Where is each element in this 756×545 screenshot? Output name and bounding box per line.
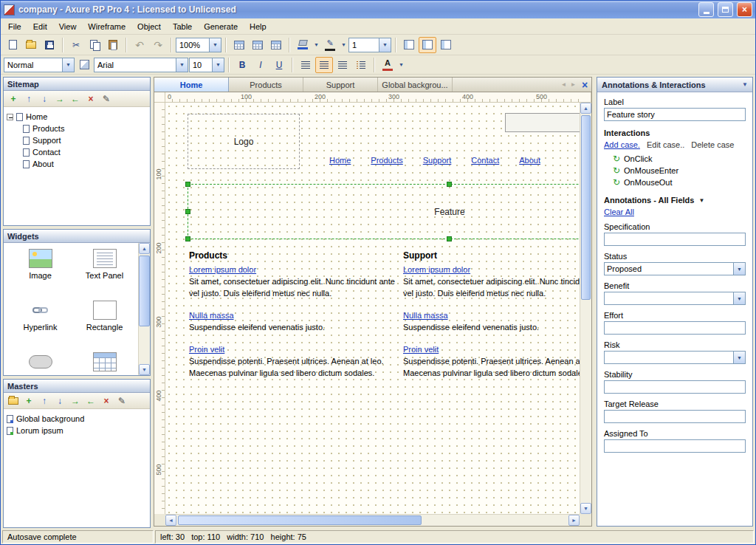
column-link[interactable]: Proin velit [189,345,224,354]
risk-dropdown-arrow[interactable]: ▼ [733,352,745,363]
resize-handle[interactable] [447,182,452,187]
resize-handle[interactable] [185,182,190,187]
clear-all-link[interactable]: Clear All [604,208,634,216]
line-width-select[interactable]: 1 ▼ [348,38,391,52]
align-right-button[interactable] [334,57,351,73]
new-button[interactable] [4,37,21,53]
nav-link-about[interactable]: About [519,156,540,165]
sitemap-node-support[interactable]: Support [23,134,147,146]
italic-button[interactable]: I [252,57,269,73]
copy-button[interactable] [86,37,103,53]
style-select[interactable]: Normal ▼ [4,58,75,72]
zoom-dropdown-arrow[interactable]: ▼ [209,38,221,52]
widget-hyperlink[interactable]: Hyperlink [8,301,72,346]
outdent-master-button[interactable]: ← [84,394,97,408]
fill-color-button[interactable] [294,37,312,53]
status-select[interactable]: Proposed ▼ [604,262,746,275]
layout-button-3[interactable] [437,37,455,53]
resize-handle[interactable] [185,236,190,241]
header-field-placeholder[interactable] [505,113,580,132]
widget-image[interactable]: Image [8,249,72,295]
next-tab-button[interactable]: ► [568,78,578,92]
maximize-button[interactable] [718,2,733,17]
widget-table[interactable] [72,352,137,375]
feature-widget-selected[interactable]: Feature [188,184,580,239]
cut-button[interactable]: ✂ [67,37,85,53]
scroll-down-button[interactable]: ▼ [139,364,150,375]
move-master-down-button[interactable]: ↓ [53,394,66,408]
event-onclick[interactable]: ↻OnClick [613,153,746,165]
resize-handle[interactable] [185,209,190,214]
font-size-select[interactable]: 10 ▼ [189,58,224,72]
align-left-button[interactable] [297,57,315,73]
tab-support[interactable]: Support [303,78,378,92]
fill-color-dropdown-arrow[interactable]: ▼ [312,37,320,53]
risk-select[interactable]: ▼ [604,351,746,364]
event-onmouseout[interactable]: ↻OnMouseOut [613,176,746,188]
save-button[interactable] [41,37,58,53]
new-folder-button[interactable] [7,394,20,408]
font-select[interactable]: Arial ▼ [94,58,188,72]
sitemap-node-home[interactable]: Home [7,111,147,123]
widget-rectangle[interactable]: Rectangle [72,301,137,346]
table-columns-button[interactable] [267,37,285,53]
scroll-up-button[interactable]: ▲ [139,243,150,254]
column-link[interactable]: Lorem ipsum dolor [403,265,470,274]
open-button[interactable] [22,37,40,53]
zoom-select[interactable]: 100% ▼ [176,38,221,52]
tab-global-background[interactable]: Global backgrou... [378,78,453,92]
nav-link-support[interactable]: Support [423,156,452,165]
layout-button-2[interactable] [419,37,436,53]
effort-input[interactable] [604,321,746,335]
indent-page-button[interactable]: → [53,92,66,106]
delete-case-link[interactable]: Delete case [691,140,734,149]
add-master-button[interactable]: + [22,394,35,408]
scrollbar-thumb[interactable] [178,515,422,525]
logo-placeholder[interactable]: Logo [188,114,300,169]
move-master-up-button[interactable]: ↑ [38,394,51,408]
assigned-to-input[interactable] [604,439,746,453]
menu-wireframe[interactable]: Wireframe [82,20,131,33]
font-size-dropdown-arrow[interactable]: ▼ [212,58,224,72]
edit-master-button[interactable]: ✎ [115,394,128,408]
font-dropdown-arrow[interactable]: ▼ [176,58,188,72]
stability-input[interactable] [604,380,746,394]
support-column[interactable]: Support Lorem ipsum dolorSit amet, conse… [403,250,580,389]
tab-home[interactable]: Home [154,78,229,92]
collapse-icon[interactable] [7,114,13,120]
widget-rounded-rectangle[interactable] [8,352,72,375]
paste-button[interactable] [104,37,122,53]
line-color-button[interactable]: ✎ [321,37,339,53]
bullet-list-button[interactable] [352,57,370,73]
move-page-up-button[interactable]: ↑ [22,92,35,106]
master-lorum-ipsum[interactable]: Lorum ipsum [7,425,147,436]
scroll-up-button[interactable]: ▲ [580,103,591,114]
table-grid-button[interactable] [230,37,248,53]
menu-view[interactable]: View [53,20,83,33]
benefit-select[interactable]: ▼ [604,292,746,305]
minimize-button[interactable] [698,2,714,17]
menu-file[interactable]: File [2,20,27,33]
annotations-panel-header[interactable]: Annotations & Interactions ▼ [597,78,752,92]
add-case-link[interactable]: Add case. [604,140,640,149]
specification-input[interactable] [604,233,746,246]
canvas-horizontal-scrollbar[interactable]: ◄ ► [165,514,580,526]
redo-button[interactable]: ↷ [149,37,167,53]
menu-object[interactable]: Object [131,20,167,33]
sitemap-node-contact[interactable]: Contact [23,146,147,158]
prev-tab-button[interactable]: ◄ [559,78,568,92]
scroll-down-button[interactable]: ▼ [580,503,591,514]
undo-button[interactable]: ↶ [131,37,148,53]
line-color-dropdown-arrow[interactable]: ▼ [340,37,348,53]
scroll-left-button[interactable]: ◄ [165,515,176,526]
resize-handle[interactable] [447,236,452,241]
edit-case-link[interactable]: Edit case.. [647,140,684,149]
outdent-page-button[interactable]: ← [69,92,82,106]
widgets-panel-header[interactable]: Widgets [4,230,150,243]
delete-page-button[interactable]: × [84,92,97,106]
close-tab-button[interactable]: × [578,78,591,92]
panel-collapse-icon[interactable]: ▼ [742,81,748,88]
delete-master-button[interactable]: × [100,394,113,408]
menu-edit[interactable]: Edit [27,20,53,33]
menu-generate[interactable]: Generate [198,20,244,33]
